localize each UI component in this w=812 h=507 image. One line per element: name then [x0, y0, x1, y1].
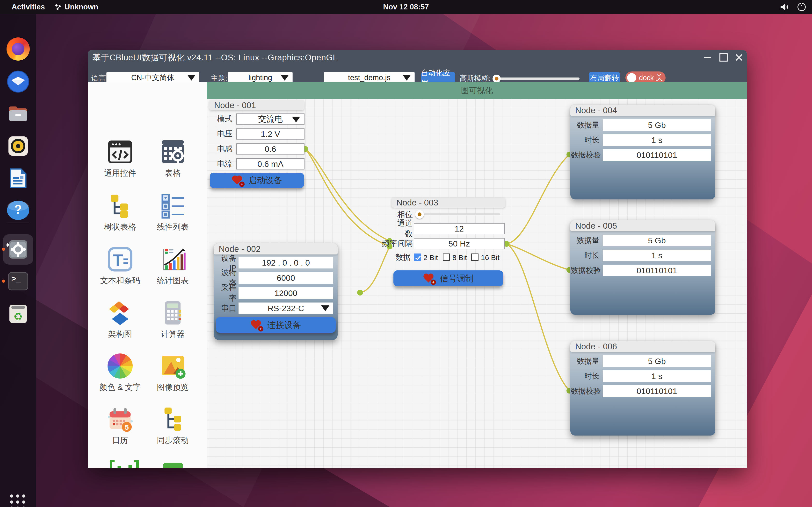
baud-rate-input[interactable]: 6000	[239, 272, 333, 284]
node-canvas[interactable]: Node - 001 模式 交流电 电压 1.2 V 电感 0.6 电流 0.6…	[207, 99, 747, 468]
data-volume-input[interactable]: 5 Gb	[603, 355, 711, 367]
theme-dropdown[interactable]: lighting	[228, 72, 293, 83]
current-input[interactable]: 0.6 mA	[236, 158, 305, 169]
data-volume-input[interactable]: 5 Gb	[603, 119, 711, 131]
script-dropdown[interactable]: test_demo.js	[324, 72, 415, 83]
libreoffice-writer-icon[interactable]	[6, 167, 30, 190]
checkbox-2bit[interactable]	[414, 253, 421, 261]
blur-slider-track[interactable]	[493, 77, 579, 80]
heart-icon: +	[232, 175, 243, 185]
inductance-input[interactable]: 0.6	[236, 144, 305, 155]
svg-text:>_: >_	[11, 274, 21, 283]
button-label: 连接设备	[267, 320, 301, 331]
language-dropdown[interactable]: CN-中文简体	[106, 72, 199, 83]
svg-text:♻: ♻	[13, 311, 23, 322]
field-label: 模式	[211, 113, 233, 125]
title-bar[interactable]: 基于CBlueUI数据可视化 v24.11 --OS: Linux --Grap…	[88, 50, 747, 65]
button-label: 信号调制	[440, 273, 474, 284]
node-002: Node - 002 设备IP 192 . 0 . 0 . 0 波特率 6000…	[214, 243, 338, 340]
connector-port[interactable]	[357, 290, 363, 295]
field-label: 时长	[570, 134, 599, 146]
thunderbird-icon[interactable]	[6, 70, 30, 93]
trash-icon[interactable]: ♻	[6, 302, 30, 326]
chevron-down-icon	[281, 75, 289, 80]
connection-wire	[507, 155, 569, 244]
sidebar-item-label: 表格	[165, 168, 181, 179]
sidebar-item-sync-scroll[interactable]: 同步滚动	[147, 406, 198, 446]
close-icon	[735, 54, 743, 61]
sidebar-item-image-preview[interactable]: 图像预览	[147, 352, 198, 393]
checksum-input[interactable]: 010110101	[603, 149, 711, 161]
sidebar-item-label: 线性列表	[157, 222, 189, 232]
field-value: RS-232-C	[267, 304, 304, 313]
show-applications-button[interactable]	[10, 495, 26, 507]
diamond-layers-icon	[107, 299, 134, 326]
terminal-icon[interactable]: >_	[6, 270, 30, 293]
power-icon[interactable]	[798, 3, 806, 11]
app-window: 基于CBlueUI数据可视化 v24.11 --OS: Linux --Grap…	[88, 50, 747, 468]
checksum-input[interactable]: 010110101	[603, 265, 711, 276]
sidebar-item-color-text[interactable]: 颜色 & 文字	[95, 352, 146, 393]
checkbox-16bit[interactable]	[471, 253, 478, 261]
sidebar-item-label: 架构图	[108, 329, 132, 340]
minimize-button[interactable]	[700, 50, 715, 65]
connect-device-button[interactable]: + 连接设备	[216, 317, 336, 333]
dock: ?	[0, 14, 36, 507]
sidebar-item-text-barcode[interactable]: T 文本和条码	[95, 246, 146, 286]
sidebar-item-calculator[interactable]: 计算器	[147, 299, 198, 340]
tree-icon	[107, 192, 134, 219]
sidebar-item-charts[interactable]: 统计图表	[147, 246, 198, 286]
voltage-input[interactable]: 1.2 V	[236, 128, 305, 139]
node-header[interactable]: Node - 006	[570, 341, 715, 352]
node-header[interactable]: Node - 005	[570, 220, 715, 231]
rhythmbox-icon[interactable]	[6, 134, 30, 158]
image-icon	[159, 352, 186, 380]
sample-rate-input[interactable]: 12000	[239, 287, 333, 299]
duration-input[interactable]: 1 s	[603, 249, 711, 261]
settings-icon[interactable]	[6, 238, 30, 261]
sidebar-item-linear-list[interactable]: 线性列表	[147, 192, 198, 232]
duration-input[interactable]: 1 s	[603, 370, 711, 382]
device-ip-input[interactable]: 192 . 0 . 0 . 0	[239, 257, 333, 269]
help-icon[interactable]: ?	[6, 199, 30, 222]
checksum-input[interactable]: 010110101	[603, 385, 711, 397]
component-sidebar: 通用控件 表格 树状表格 线性列表	[88, 82, 207, 468]
data-volume-input[interactable]: 5 Gb	[603, 235, 711, 246]
node-header[interactable]: Node - 004	[570, 105, 715, 116]
connection-wire	[305, 149, 390, 241]
clock[interactable]: Nov 12 08:57	[0, 0, 812, 14]
sidebar-item-partial	[163, 463, 183, 468]
close-button[interactable]	[731, 50, 747, 65]
script-value: test_demo.js	[348, 73, 391, 82]
sidebar-item-general-controls[interactable]: 通用控件	[95, 138, 146, 179]
sidebar-item-table[interactable]: 表格	[147, 138, 198, 179]
duration-input[interactable]: 1 s	[603, 134, 711, 146]
node-header[interactable]: Node - 003	[392, 198, 505, 208]
node-003: Node - 003 相位 通道数 12 频率间隔 50 Hz 数据 2 Bit…	[392, 198, 505, 287]
sidebar-item-tree-table[interactable]: 树状表格	[95, 192, 146, 232]
phase-slider-knob[interactable]	[415, 210, 424, 219]
node-header[interactable]: Node - 001	[209, 100, 304, 110]
toggle-knob	[627, 73, 636, 82]
signal-modulation-button[interactable]: + 信号调制	[394, 270, 503, 286]
blur-slider-knob[interactable]	[493, 74, 501, 83]
node-005: Node - 005 数据量 5 Gb 时长 1 s 数据校验 01011010…	[570, 220, 715, 315]
serial-port-dropdown[interactable]: RS-232-C	[239, 302, 333, 314]
field-label: 时长	[570, 249, 599, 261]
chevron-down-icon	[292, 117, 300, 122]
files-icon[interactable]	[6, 102, 30, 125]
channel-count-input[interactable]: 12	[414, 223, 505, 234]
freq-interval-input[interactable]: 50 Hz	[414, 238, 505, 249]
sidebar-item-label: 树状表格	[104, 222, 136, 232]
maximize-button[interactable]	[716, 50, 731, 65]
sidebar-item-architecture[interactable]: 架构图	[95, 299, 146, 340]
checkbox-8bit[interactable]	[443, 253, 450, 261]
firefox-icon[interactable]	[6, 38, 30, 61]
sidebar-item-label: 日历	[112, 435, 128, 446]
sidebar-item-calendar[interactable]: 5 日历	[95, 406, 146, 446]
mode-dropdown[interactable]: 交流电	[236, 113, 305, 125]
phase-slider-track[interactable]	[415, 213, 500, 215]
field-label: 数据	[392, 253, 411, 262]
start-device-button[interactable]: + 启动设备	[210, 173, 304, 188]
volume-icon[interactable]	[780, 3, 789, 11]
